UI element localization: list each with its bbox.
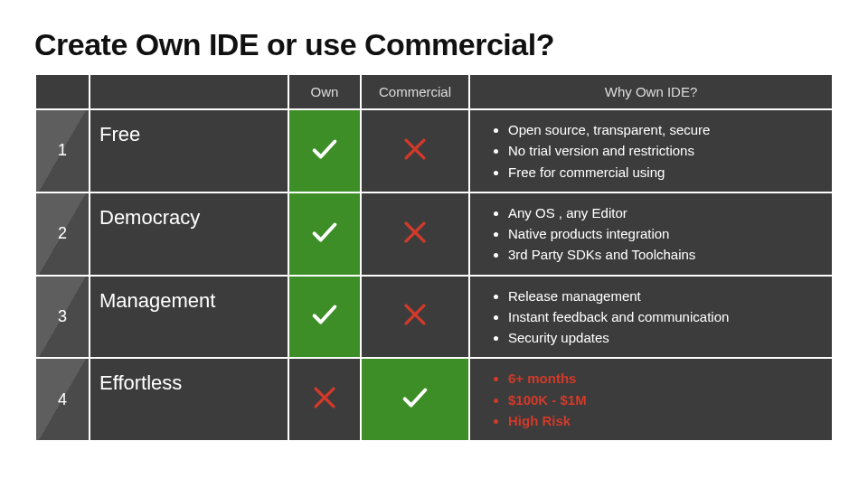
header-blank-1 [36, 75, 89, 108]
check-icon [400, 382, 430, 413]
row-label: Democracy [90, 193, 288, 275]
why-item: Release management [508, 286, 810, 306]
table-row: 4Effortless6+ months$100K - $1MHigh Risk [36, 359, 832, 440]
why-item: Any OS , any Editor [508, 202, 810, 223]
row-number: 4 [36, 359, 89, 440]
why-cell: Open source, transparent, secureNo trial… [470, 110, 832, 192]
table-header-row: Own Commercial Why Own IDE? [36, 75, 832, 108]
why-cell: Any OS , any EditorNative products integ… [470, 193, 832, 275]
why-item: $100K - $1M [508, 389, 810, 410]
check-icon [309, 299, 340, 330]
table-row: 1FreeOpen source, transparent, secureNo … [36, 110, 832, 192]
comparison-table: Own Commercial Why Own IDE? 1FreeOpen so… [34, 73, 834, 442]
commercial-cell [362, 110, 468, 192]
cross-icon [400, 299, 430, 330]
why-item: Open source, transparent, secure [508, 119, 810, 140]
why-item: Native products integration [508, 223, 810, 244]
header-blank-2 [90, 75, 288, 108]
why-item: 3rd Party SDKs and Toolchains [508, 244, 810, 265]
row-label: Management [90, 277, 288, 358]
why-item: 6+ months [508, 368, 810, 389]
slide: Create Own IDE or use Commercial? Own Co… [0, 0, 868, 488]
why-cell: 6+ months$100K - $1MHigh Risk [470, 359, 832, 440]
why-item: Free for commercial using [508, 162, 810, 183]
why-item: Security updates [508, 327, 810, 348]
header-commercial: Commercial [362, 75, 468, 108]
row-label: Free [90, 110, 288, 192]
check-icon [309, 217, 340, 248]
own-cell [289, 193, 360, 275]
why-item: No trial version and restrictions [508, 140, 810, 161]
why-cell: Release managementInstant feedback and c… [470, 277, 832, 358]
header-own: Own [289, 75, 360, 108]
why-item: Instant feedback and communication [508, 306, 810, 327]
commercial-cell [362, 277, 468, 358]
slide-title: Create Own IDE or use Commercial? [34, 27, 834, 62]
commercial-cell [362, 193, 468, 275]
row-number: 1 [36, 110, 89, 192]
row-label: Effortless [90, 359, 288, 440]
row-number: 3 [36, 277, 89, 358]
own-cell [289, 277, 360, 358]
header-why: Why Own IDE? [470, 75, 832, 108]
check-icon [309, 134, 340, 164]
own-cell [289, 359, 360, 440]
table-row: 3ManagementRelease managementInstant fee… [36, 277, 832, 358]
row-number: 2 [36, 193, 89, 275]
commercial-cell [362, 359, 468, 440]
own-cell [289, 110, 360, 192]
cross-icon [309, 382, 340, 413]
why-item: High Risk [508, 410, 810, 431]
cross-icon [400, 217, 430, 248]
table-row: 2DemocracyAny OS , any EditorNative prod… [36, 193, 832, 275]
cross-icon [400, 134, 430, 164]
